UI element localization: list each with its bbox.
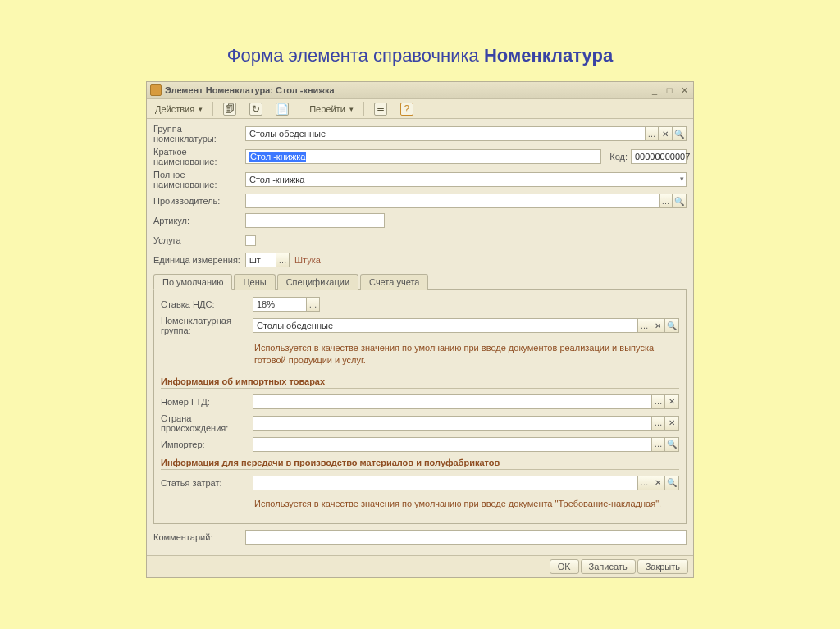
section-production: Информация для передачи в производство м… <box>161 458 679 470</box>
input-full-name[interactable]: Стол -книжка▾ <box>245 172 687 187</box>
label-vat: Ставка НДС: <box>161 299 253 309</box>
clear-button[interactable]: ✕ <box>665 416 679 431</box>
ellipsis-button[interactable]: … <box>645 126 659 141</box>
row-country: Страна происхождения: … ✕ <box>161 413 679 433</box>
page-heading: Форма элемента справочника Номенклатура <box>0 0 840 81</box>
form-window: Элемент Номенклатура: Стол -книжка _ □ ✕… <box>146 81 694 578</box>
toolbar-separator <box>299 102 299 116</box>
ellipsis-button[interactable]: … <box>637 476 651 490</box>
save-button[interactable]: Записать <box>581 559 636 574</box>
label-country: Страна происхождения: <box>161 413 253 433</box>
row-gtd: Номер ГТД: … ✕ <box>161 394 679 410</box>
form-body: Группа номенклатуры: Столы обеденные … ✕… <box>147 119 693 555</box>
copy-icon: 📄 <box>276 103 289 116</box>
input-gtd[interactable] <box>253 394 652 409</box>
lookup-button[interactable]: 🔍 <box>665 318 679 333</box>
lookup-button[interactable]: 🔍 <box>665 437 679 452</box>
tab-prices[interactable]: Цены <box>234 274 275 290</box>
row-unit: Единица измерения: шт … Штука <box>153 252 687 268</box>
form-icon <box>150 84 162 96</box>
help-icon: ? <box>400 103 413 116</box>
lookup-button[interactable]: 🔍 <box>673 126 687 141</box>
input-code[interactable]: 00000000007 <box>631 149 687 164</box>
bottom-bar: OK Записать Закрыть <box>147 555 693 577</box>
window-title: Элемент Номенклатура: Стол -книжка <box>165 85 646 95</box>
maximize-button[interactable]: □ <box>664 85 675 95</box>
titlebar: Элемент Номенклатура: Стол -книжка _ □ ✕ <box>147 82 693 99</box>
label-unit: Единица измерения: <box>153 255 245 265</box>
tab-specifications[interactable]: Спецификации <box>277 274 358 290</box>
help-icon-button[interactable]: ? <box>395 101 418 116</box>
tab-accounts[interactable]: Счета учета <box>360 274 428 290</box>
tab-body: Ставка НДС: 18% … Номенклатурная группа:… <box>153 290 687 524</box>
save-icon-button[interactable]: 🗐 <box>218 101 241 116</box>
save-icon: 🗐 <box>223 103 236 116</box>
row-vat: Ставка НДС: 18% … <box>161 296 679 312</box>
help-nomgroup: Используется в качестве значения по умол… <box>253 339 679 371</box>
section-import: Информация об импортных товарах <box>161 376 679 389</box>
label-article: Артикул: <box>153 216 245 226</box>
ellipsis-button[interactable]: … <box>276 253 290 267</box>
actions-menu[interactable]: Действия <box>150 101 208 116</box>
label-nomgroup: Номенклатурная группа: <box>161 316 253 335</box>
label-service: Услуга <box>153 235 245 245</box>
refresh-icon-button[interactable]: ↻ <box>244 101 267 116</box>
goto-menu[interactable]: Перейти <box>304 101 358 116</box>
minimize-button[interactable]: _ <box>649 85 660 95</box>
label-code: Код: <box>609 152 628 162</box>
close-button[interactable]: Закрыть <box>637 559 688 574</box>
lookup-button[interactable]: 🔍 <box>673 194 687 208</box>
row-service: Услуга <box>153 232 687 248</box>
row-short-name: Краткое наименование: Стол -книжка Код: … <box>153 147 687 166</box>
copy-icon-button[interactable]: 📄 <box>271 101 294 116</box>
clear-button[interactable]: ✕ <box>665 394 679 409</box>
row-cost-item: Статья затрат: … ✕ 🔍 <box>161 475 679 491</box>
ellipsis-button[interactable]: … <box>306 297 320 312</box>
clear-button[interactable]: ✕ <box>659 126 673 141</box>
input-short-name[interactable]: Стол -книжка <box>245 149 601 164</box>
label-manufacturer: Производитель: <box>153 196 245 206</box>
toolbar-separator <box>212 102 213 116</box>
list-icon-button[interactable]: ≣ <box>369 101 392 116</box>
clear-button[interactable]: ✕ <box>651 318 665 333</box>
input-comment[interactable] <box>245 530 687 545</box>
tabs: По умолчанию Цены Спецификации Счета уче… <box>153 273 687 290</box>
label-cost-item: Статья затрат: <box>161 478 253 488</box>
clear-button[interactable]: ✕ <box>651 476 665 490</box>
ellipsis-button[interactable]: … <box>637 318 651 333</box>
row-full-name: Полное наименование: Стол -книжка▾ <box>153 170 687 189</box>
label-comment: Комментарий: <box>153 532 245 542</box>
label-importer: Импортер: <box>161 440 253 449</box>
refresh-icon: ↻ <box>249 103 262 116</box>
ok-button[interactable]: OK <box>550 559 579 574</box>
label-full-name: Полное наименование: <box>153 170 245 189</box>
toolbar-separator <box>363 102 364 116</box>
checkbox-service[interactable] <box>245 235 256 246</box>
row-importer: Импортер: … 🔍 <box>161 436 679 453</box>
toolbar: Действия 🗐 ↻ 📄 Перейти ≣ ? <box>147 99 693 119</box>
row-group: Группа номенклатуры: Столы обеденные … ✕… <box>153 124 687 144</box>
list-icon: ≣ <box>374 103 387 116</box>
input-cost-item[interactable] <box>253 476 638 490</box>
input-importer[interactable] <box>253 437 652 452</box>
close-window-button[interactable]: ✕ <box>678 85 690 96</box>
input-unit[interactable]: шт <box>245 253 276 267</box>
input-article[interactable] <box>245 213 385 228</box>
ellipsis-button[interactable]: … <box>651 437 665 452</box>
input-vat[interactable]: 18% <box>253 297 307 312</box>
row-nomgroup: Номенклатурная группа: Столы обеденные …… <box>161 316 679 335</box>
input-country[interactable] <box>253 416 652 431</box>
input-manufacturer[interactable] <box>245 194 660 208</box>
help-cost: Используется в качестве значения по умол… <box>253 495 679 515</box>
label-gtd: Номер ГТД: <box>161 397 253 407</box>
chevron-down-icon[interactable]: ▾ <box>680 175 684 183</box>
row-manufacturer: Производитель: … 🔍 <box>153 193 687 209</box>
ellipsis-button[interactable]: … <box>651 416 665 431</box>
input-group[interactable]: Столы обеденные <box>245 126 646 141</box>
input-nomgroup[interactable]: Столы обеденные <box>253 318 638 333</box>
label-group: Группа номенклатуры: <box>153 124 245 144</box>
ellipsis-button[interactable]: … <box>659 194 673 208</box>
tab-default[interactable]: По умолчанию <box>153 274 232 290</box>
ellipsis-button[interactable]: … <box>651 394 665 409</box>
lookup-button[interactable]: 🔍 <box>665 476 679 490</box>
